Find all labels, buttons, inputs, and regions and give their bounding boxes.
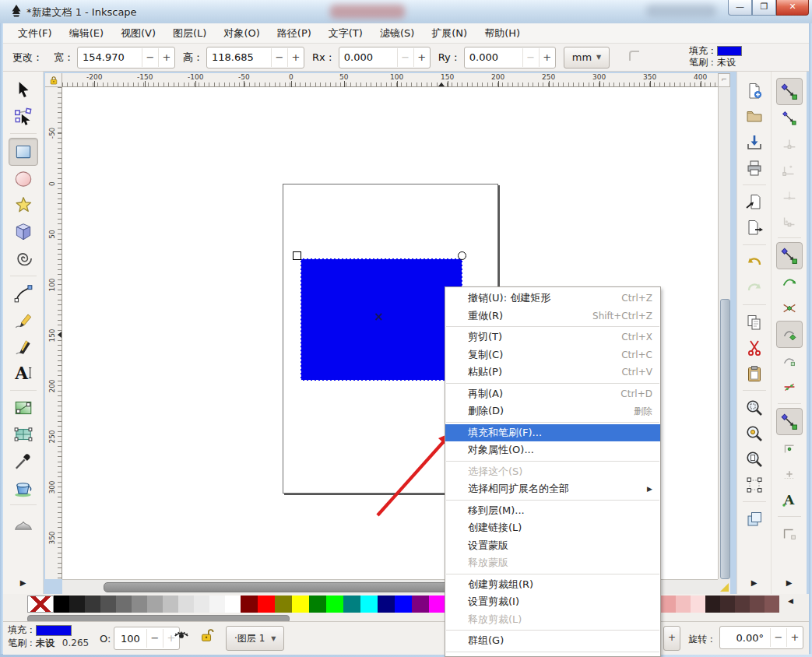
- snap-object-centers-button[interactable]: [777, 435, 802, 461]
- palette-swatch-f4f4f4[interactable]: [209, 596, 225, 613]
- context-menu-item-7[interactable]: 再制(A)Ctrl+D: [445, 385, 660, 403]
- snap-enable-button[interactable]: [776, 78, 803, 105]
- canvas-corner-button[interactable]: ⌐: [718, 73, 730, 87]
- pen-tool[interactable]: [9, 280, 37, 307]
- palette-scroll-left-button[interactable]: ◀: [788, 597, 793, 605]
- palette-swatch-0000ff[interactable]: [395, 596, 412, 613]
- palette-swatch-eaa2a2[interactable]: [661, 596, 676, 613]
- snap-midpoints-button[interactable]: [777, 374, 802, 399]
- copy-button[interactable]: [742, 309, 767, 335]
- palette-swatch-815454[interactable]: [765, 596, 779, 613]
- context-menu-item-10[interactable]: 填充和笔刷(F)...: [445, 424, 660, 442]
- snap-rotation-centers-button-disabled[interactable]: [777, 461, 802, 487]
- context-menu-item-3[interactable]: 剪切(T)Ctrl+X: [445, 328, 660, 346]
- maximize-button[interactable]: ❐: [752, 0, 776, 16]
- rotation-decrement-button[interactable]: −: [770, 628, 786, 647]
- palette-swatch-00ff00[interactable]: [326, 596, 343, 613]
- palette-swatch-008080[interactable]: [343, 596, 360, 613]
- palette-swatch-c1c1c1[interactable]: [163, 596, 178, 613]
- horizontal-scrollbar-thumb[interactable]: [104, 582, 504, 592]
- zoom-to-page-button[interactable]: [742, 446, 767, 472]
- palette-swatch-000000[interactable]: [54, 596, 69, 613]
- context-menu-item-19[interactable]: 释放蒙版: [445, 554, 660, 572]
- width-decrement-button[interactable]: −: [142, 48, 158, 67]
- dropper-tool[interactable]: [9, 448, 37, 474]
- vertical-scrollbar-thumb[interactable]: [720, 299, 730, 579]
- palette-swatch-3f2a2a[interactable]: [720, 596, 735, 613]
- rx-increment-button[interactable]: +: [413, 48, 430, 67]
- palette-swatch-ffff00[interactable]: [292, 596, 309, 613]
- paint-bucket-tool[interactable]: [9, 474, 37, 501]
- palette-swatch-2a1c1c[interactable]: [705, 596, 720, 613]
- context-menu-item-21[interactable]: 创建剪裁组(R): [445, 576, 660, 594]
- current-layer-dropdown[interactable]: ·图层 1▼: [226, 626, 284, 651]
- ry-increment-button[interactable]: +: [539, 48, 555, 67]
- snap-to-paths-button[interactable]: [777, 269, 802, 295]
- palette-swatch-ff0000[interactable]: [258, 596, 275, 613]
- menubar-item-2[interactable]: 视图(V): [112, 24, 164, 43]
- mesh-tool[interactable]: [9, 421, 37, 448]
- sharp-corner-icon[interactable]: [627, 48, 642, 67]
- export-button[interactable]: [742, 215, 767, 241]
- context-menu-item-4[interactable]: 复制(C)Ctrl+C: [445, 346, 660, 364]
- menubar-item-9[interactable]: 帮助(H): [476, 24, 529, 43]
- cut-button[interactable]: [742, 335, 767, 360]
- height-input[interactable]: [207, 51, 271, 63]
- node-tool[interactable]: [9, 103, 37, 129]
- snap-nodes-button[interactable]: [776, 242, 803, 269]
- snap-text-baseline-button[interactable]: A: [777, 487, 802, 512]
- paste-button[interactable]: [742, 360, 767, 386]
- pencil-tool[interactable]: [9, 307, 37, 333]
- import-button[interactable]: [742, 189, 767, 215]
- fill-color-swatch[interactable]: [717, 46, 742, 56]
- text-tool[interactable]: A: [9, 360, 37, 386]
- snap-bbox-centers-button-disabled[interactable]: [777, 208, 802, 234]
- palette-swatch-1b1b1b[interactable]: [69, 596, 85, 613]
- snap-cusp-nodes-button[interactable]: [776, 321, 803, 348]
- palette-swatch-6b4646[interactable]: [750, 596, 765, 613]
- new-document-button[interactable]: [742, 78, 767, 104]
- fill-stroke-indicator[interactable]: 填充： 笔刷：未设 0.265: [8, 624, 89, 650]
- context-menu-item-23[interactable]: 释放剪裁(L): [445, 611, 660, 629]
- snap-bbox-edges-button-disabled[interactable]: [777, 131, 802, 156]
- titlebar[interactable]: *新建文档 1 - Inkscape — ❐ ✕: [0, 0, 812, 24]
- palette-swatch-525252[interactable]: [100, 596, 116, 613]
- palette-swatch-e9e9e9[interactable]: [194, 596, 209, 613]
- print-button[interactable]: [742, 155, 767, 181]
- gradient-tool[interactable]: [9, 395, 37, 421]
- menubar-item-6[interactable]: 文字(T): [320, 24, 371, 43]
- context-menu-item-17[interactable]: 创建链接(L): [445, 519, 660, 537]
- menubar-item-4[interactable]: 对象(O): [215, 24, 268, 43]
- undo-button[interactable]: [742, 249, 767, 275]
- layer-visibility-toggle[interactable]: [173, 627, 190, 646]
- zoom-to-selection-button[interactable]: [742, 395, 767, 420]
- snap-bbox-corners-button-disabled[interactable]: [777, 156, 802, 182]
- palette-swatch-008000[interactable]: [309, 596, 326, 613]
- height-increment-button[interactable]: +: [287, 48, 304, 67]
- context-menu-item-22[interactable]: 设置剪裁(I): [445, 593, 660, 611]
- vertical-scrollbar[interactable]: [718, 87, 730, 579]
- palette-swatch-6e6e6e[interactable]: [116, 596, 132, 613]
- stroke-width-value[interactable]: 0.265: [62, 638, 89, 648]
- vertical-ruler[interactable]: -50050100150200250300350: [45, 87, 62, 579]
- ry-input[interactable]: [465, 51, 522, 63]
- context-menu-item-16[interactable]: 移到层(M)...: [445, 502, 660, 520]
- star-tool[interactable]: [9, 192, 37, 219]
- tweak-tool[interactable]: [9, 509, 37, 536]
- resize-grip[interactable]: [718, 579, 730, 594]
- palette-swatch-f3c0c0[interactable]: [676, 596, 691, 613]
- spiral-tool[interactable]: [9, 245, 37, 272]
- context-menu-item-0[interactable]: 撤销(U): 创建矩形Ctrl+Z: [445, 290, 660, 307]
- palette-swatch-fbdcdc[interactable]: [691, 596, 705, 613]
- opacity-decrement-button[interactable]: −: [146, 629, 163, 648]
- resize-handle-top-left[interactable]: [293, 251, 301, 260]
- ry-decrement-button[interactable]: −: [522, 48, 539, 67]
- guide-lock-toggle[interactable]: [45, 73, 62, 87]
- rx-decrement-button[interactable]: −: [397, 48, 413, 67]
- selector-tool[interactable]: [9, 76, 37, 103]
- width-increment-button[interactable]: +: [158, 48, 174, 67]
- palette-swatch-dddddd[interactable]: [178, 596, 194, 613]
- width-input[interactable]: [78, 51, 142, 63]
- rectangle-tool[interactable]: [9, 138, 38, 166]
- save-document-button[interactable]: [742, 129, 767, 155]
